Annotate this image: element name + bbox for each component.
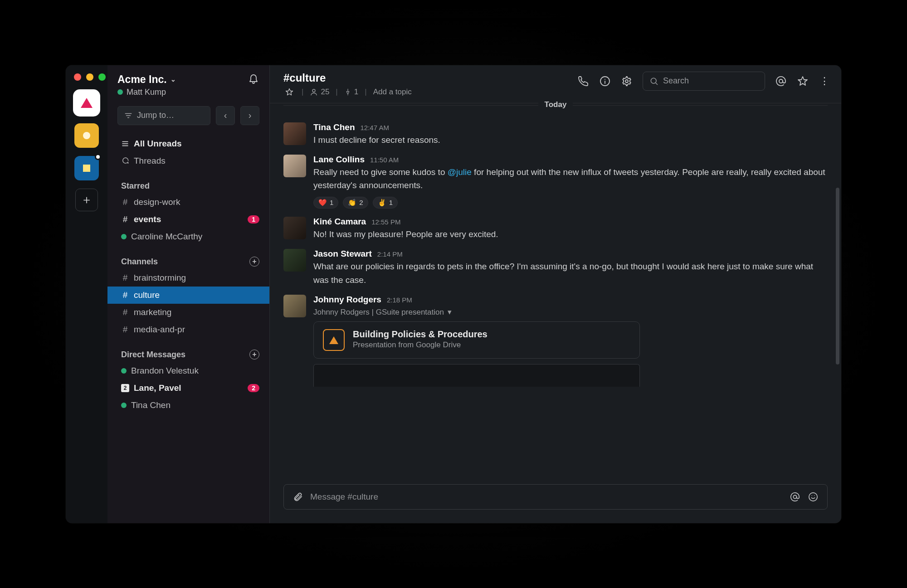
reactions: ❤️1 👏2 ✌️1 xyxy=(313,197,828,209)
chevron-down-icon: ⌄ xyxy=(171,76,176,83)
message[interactable]: Jason Stewart 2:14 PM What are our polic… xyxy=(283,246,828,292)
message-timestamp[interactable]: 12:47 AM xyxy=(361,124,389,131)
history-back-button[interactable]: ‹ xyxy=(216,106,235,125)
channels-heading[interactable]: Channels + xyxy=(107,253,269,269)
threads-icon xyxy=(121,157,129,165)
workspace-switcher-2[interactable] xyxy=(74,123,99,148)
add-topic-button[interactable]: Add a topic xyxy=(373,87,412,97)
channel-hash-icon: # xyxy=(121,273,129,283)
message[interactable]: Kiné Camara 12:55 PM No! It was my pleas… xyxy=(283,214,828,246)
window-close-button[interactable] xyxy=(74,73,81,81)
message-author[interactable]: Kiné Camara xyxy=(313,217,366,227)
dm-name: Lane, Pavel xyxy=(134,383,181,393)
svg-point-3 xyxy=(651,78,656,83)
sidebar-item-culture[interactable]: # culture xyxy=(107,287,269,304)
sidebar-item-media-and-pr[interactable]: # media-and-pr xyxy=(107,321,269,338)
presence-active-icon xyxy=(121,234,127,239)
message-timestamp[interactable]: 12:55 PM xyxy=(371,218,400,226)
date-divider: Today xyxy=(270,99,841,109)
window-zoom-button[interactable] xyxy=(98,73,106,81)
jump-to-input[interactable]: Jump to… xyxy=(117,106,210,125)
channel-hash-icon: # xyxy=(121,290,129,300)
call-button[interactable] xyxy=(577,75,589,87)
attachment-preview[interactable] xyxy=(313,364,640,387)
starred-items-button[interactable] xyxy=(797,75,809,87)
avatar[interactable] xyxy=(283,155,306,177)
channel-name: marketing xyxy=(134,307,171,317)
sidebar-item-brainstorming[interactable]: # brainstorming xyxy=(107,269,269,287)
svg-point-0 xyxy=(312,89,315,92)
settings-button[interactable] xyxy=(621,75,633,87)
reaction-button[interactable]: ✌️1 xyxy=(373,197,398,209)
message-text: What are our policies in regards to pets… xyxy=(313,260,828,287)
sidebar-item-design-work[interactable]: # design-work xyxy=(107,194,269,211)
member-count-button[interactable]: 25 xyxy=(310,87,329,97)
svg-point-2 xyxy=(625,80,628,83)
attachment-context[interactable]: Johnny Rodgers | GSuite presentation ▾ xyxy=(313,307,828,317)
channel-title[interactable]: #culture xyxy=(283,72,412,84)
info-button[interactable] xyxy=(599,75,611,87)
sidebar: Acme Inc. ⌄ Matt Kump Jump to… xyxy=(107,65,270,523)
add-channel-button[interactable]: + xyxy=(249,257,259,267)
message-author[interactable]: Tina Chen xyxy=(313,122,355,132)
notifications-button[interactable] xyxy=(248,73,259,85)
sidebar-dm-tina[interactable]: Tina Chen xyxy=(107,397,269,414)
threads-link[interactable]: Threads xyxy=(107,152,269,170)
workspace-menu[interactable]: Acme Inc. ⌄ xyxy=(117,73,176,86)
attach-file-button[interactable] xyxy=(292,491,304,503)
more-actions-button[interactable]: ⋮ xyxy=(819,75,830,87)
window-controls xyxy=(74,73,106,81)
message[interactable]: Johnny Rodgers 2:18 PM Johnny Rodgers | … xyxy=(283,292,828,392)
mentions-button[interactable] xyxy=(775,75,787,87)
unread-indicator-icon xyxy=(95,154,101,160)
mention-button[interactable] xyxy=(789,491,801,503)
history-forward-button[interactable]: › xyxy=(240,106,259,125)
new-dm-button[interactable]: + xyxy=(249,350,259,360)
presence-active-icon xyxy=(117,89,123,95)
search-input[interactable]: Search xyxy=(643,72,765,91)
avatar[interactable] xyxy=(283,122,306,145)
message-composer[interactable]: Message #culture xyxy=(283,484,828,510)
message-author[interactable]: Johnny Rodgers xyxy=(313,295,381,305)
scrollbar[interactable] xyxy=(836,188,839,364)
sidebar-item-marketing[interactable]: # marketing xyxy=(107,304,269,321)
sidebar-item-events[interactable]: # events 1 xyxy=(107,211,269,228)
star-channel-button[interactable] xyxy=(283,86,295,98)
reaction-button[interactable]: 👏2 xyxy=(343,197,368,209)
add-workspace-button[interactable]: ＋ xyxy=(75,189,98,211)
channel-name: design-work xyxy=(134,197,180,207)
message-timestamp[interactable]: 2:14 PM xyxy=(377,250,403,258)
app-window: ＋ Acme Inc. ⌄ Matt Kump xyxy=(66,65,841,523)
workspace-switcher-1[interactable] xyxy=(74,91,99,115)
message[interactable]: Tina Chen 12:47 AM I must decline for se… xyxy=(283,120,828,152)
message-author[interactable]: Jason Stewart xyxy=(313,249,372,259)
message[interactable]: Lane Collins 11:50 AM Really need to giv… xyxy=(283,152,828,214)
mpim-count-icon: 2 xyxy=(121,384,129,392)
window-minimize-button[interactable] xyxy=(86,73,93,81)
sidebar-dm-brandon[interactable]: Brandon Velestuk xyxy=(107,362,269,379)
dm-name: Tina Chen xyxy=(131,400,171,410)
person-icon xyxy=(310,88,318,96)
pinned-count-button[interactable]: 1 xyxy=(344,87,358,97)
current-user[interactable]: Matt Kump xyxy=(117,87,176,97)
message-author[interactable]: Lane Collins xyxy=(313,155,365,165)
reaction-button[interactable]: ❤️1 xyxy=(313,197,338,209)
file-attachment[interactable]: Building Policies & Procedures Presentat… xyxy=(313,321,640,359)
message-list[interactable]: Tina Chen 12:47 AM I must decline for se… xyxy=(270,103,841,484)
avatar[interactable] xyxy=(283,217,306,239)
message-timestamp[interactable]: 2:18 PM xyxy=(387,296,412,304)
starred-heading[interactable]: Starred xyxy=(107,177,269,194)
all-unreads-link[interactable]: All Unreads xyxy=(107,135,269,152)
dms-heading[interactable]: Direct Messages + xyxy=(107,345,269,362)
avatar[interactable] xyxy=(283,249,306,272)
avatar[interactable] xyxy=(283,295,306,317)
sidebar-item-caroline[interactable]: Caroline McCarthy xyxy=(107,228,269,245)
workspace-name: Acme Inc. xyxy=(117,73,167,86)
message-timestamp[interactable]: 11:50 AM xyxy=(370,156,399,164)
user-mention[interactable]: @julie xyxy=(448,167,472,177)
sidebar-dm-lanepavel[interactable]: 2 Lane, Pavel 2 xyxy=(107,379,269,397)
emoji-picker-button[interactable] xyxy=(807,491,819,503)
workspace-switcher-3[interactable] xyxy=(74,156,99,180)
list-filter-icon xyxy=(124,112,132,120)
presence-active-icon xyxy=(121,403,127,408)
